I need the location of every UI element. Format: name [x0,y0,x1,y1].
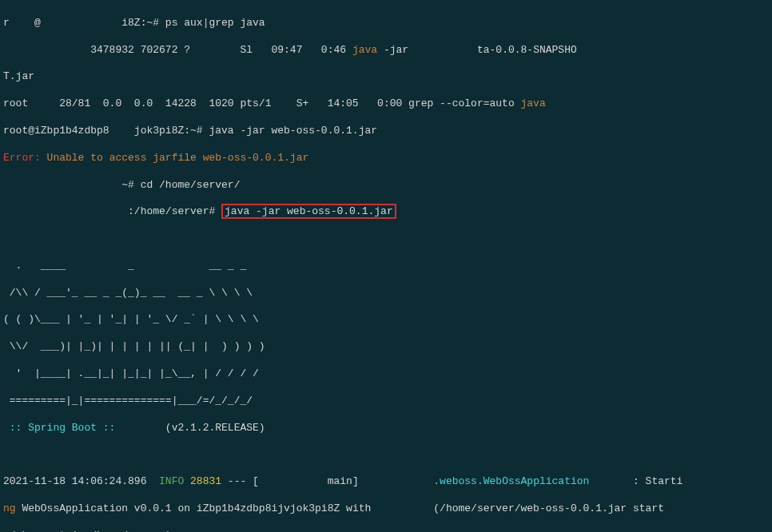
log-cont: ng [3,502,16,514]
spring-banner-line: /\\ / ___'_ __ _ _(_)_ __ __ _ \ \ \ \ [3,287,769,300]
log-timestamp: 2021-11-18 14:06:24.896 [3,475,146,487]
error-message: Unable to access jarfile web-oss-0.0.1.j… [41,152,308,164]
process-info: 3478932 702672 ? Sl 09:47 0:46 [3,44,352,56]
cd-command: cd /home/server/ [141,179,241,191]
log-pid: 28831 [190,475,221,487]
command-text: ps aux|grep java [165,17,265,29]
log-colon: : [633,475,646,487]
spring-banner-line: ( ( )\___ | '_ | '_| | '_ \/ _` | \ \ \ … [3,313,769,327]
error-label: Error: [3,152,41,164]
process-info: root 28/81 0.0 0.0 14228 1020 pts/1 S+ 1… [3,97,521,109]
log-level: INFO [146,475,190,487]
jar-name: T.jar [3,70,769,84]
spring-banner-line: . ____ _ __ _ _ [3,260,769,273]
java-keyword: java [352,44,377,56]
terminal-output[interactable]: r @ i8Z:~# ps aux|grep java 3478932 7026… [0,0,772,532]
jar-flag: -jar [377,44,415,56]
prompt-text: r @ i8Z:~# [3,17,165,29]
log-logger: .weboss.WebOssApplication [365,475,633,487]
log-sep: --- [ main] [221,475,364,487]
spring-banner-line: \\/ ___)| |_)| | | | | || (_| | ) ) ) ) [3,340,769,354]
prompt-line: root@iZbp1b4zdbp8 jok3pi8Z:~# java -jar … [3,125,769,138]
spring-banner-line: =========|_|==============|___/=/_/_/_/ [3,395,769,408]
prompt-text: ~# [3,179,141,191]
jar-suffix: ta-0.0.8-SNAPSHO [477,44,577,56]
spring-boot-version: (v2.1.2.RELEASE) [121,422,265,434]
blurred-text [415,44,477,56]
spring-banner-line: ' |____| .__|_| |_|_| |_\__, | / / / / [3,367,769,381]
spring-boot-label: :: Spring Boot :: [3,422,121,434]
log-msg: Starti [646,475,683,487]
log-rest: WebOssApplication v0.0.1 on iZbp1b4zdbp8… [16,502,664,514]
prompt-text: :/home/server# [3,205,221,217]
highlighted-command: java -jar web-oss-0.0.1.jar [221,204,396,219]
java-keyword: java [521,97,546,109]
